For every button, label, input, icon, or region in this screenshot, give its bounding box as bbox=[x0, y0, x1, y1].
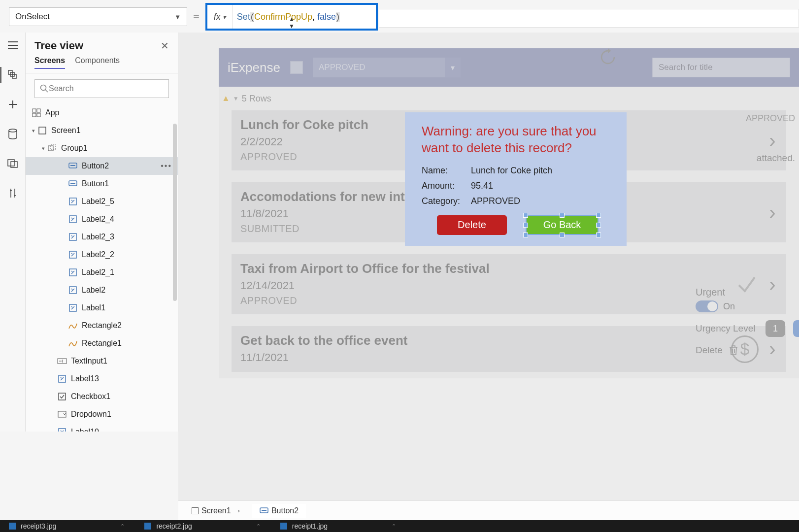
property-dropdown[interactable]: OnSelect ▼ bbox=[9, 7, 187, 26]
dropdown-icon bbox=[57, 409, 67, 419]
svg-rect-8 bbox=[37, 109, 40, 112]
svg-rect-31 bbox=[262, 510, 266, 511]
chevron-down-icon: ▼ bbox=[174, 13, 181, 21]
taskbar-item[interactable]: receipt1.jpg⌃ bbox=[280, 522, 396, 530]
tree-panel: Tree view ✕ Screens Components App ▾ Scr… bbox=[26, 33, 178, 432]
app-icon bbox=[32, 108, 41, 118]
tree-item[interactable]: Label2_5 bbox=[26, 193, 178, 210]
urgent-toggle[interactable]: On bbox=[696, 300, 735, 312]
selection-handle[interactable] bbox=[523, 213, 528, 218]
svg-rect-9 bbox=[33, 113, 36, 117]
taskbar-item[interactable]: receipt3.jpg⌃ bbox=[9, 522, 125, 530]
data-icon[interactable] bbox=[5, 126, 21, 142]
confirm-popup: Warning: are you sure that you want to d… bbox=[405, 112, 627, 246]
taskbar: receipt3.jpg⌃ receipt2.jpg⌃ receipt1.jpg… bbox=[0, 520, 799, 532]
file-icon bbox=[144, 523, 151, 530]
rect-icon bbox=[68, 321, 78, 331]
delete-row[interactable]: Delete bbox=[696, 345, 738, 356]
reload-icon[interactable] bbox=[599, 48, 617, 66]
crumb-screen1[interactable]: Screen1 › bbox=[184, 504, 247, 518]
label-icon bbox=[57, 427, 67, 432]
hamburger-icon[interactable] bbox=[5, 37, 21, 53]
urgency-label: Urgency Level bbox=[696, 323, 755, 334]
status-text: APPROVED bbox=[746, 113, 795, 124]
chevron-down-icon[interactable]: ▾ bbox=[30, 128, 37, 134]
tree-item[interactable]: Label2_1 bbox=[26, 264, 178, 281]
delete-button[interactable]: Delete bbox=[437, 215, 507, 235]
svg-rect-15 bbox=[70, 165, 75, 166]
tree-item[interactable]: TextInput1 bbox=[26, 352, 178, 370]
insert-icon[interactable] bbox=[5, 97, 21, 112]
popup-category-value: APPROVED bbox=[471, 196, 614, 206]
crumb-button2[interactable]: Button2 bbox=[252, 504, 306, 518]
selection-handle[interactable] bbox=[596, 223, 601, 228]
tree-title: Tree view bbox=[34, 39, 83, 52]
tab-screens[interactable]: Screens bbox=[34, 56, 65, 69]
toggle-pill bbox=[696, 300, 718, 312]
tree-item[interactable]: Label2_4 bbox=[26, 210, 178, 228]
selection-handle[interactable] bbox=[523, 233, 528, 237]
tree-item[interactable]: Button1 bbox=[26, 175, 178, 193]
button-icon bbox=[260, 507, 268, 514]
selection-handle[interactable] bbox=[596, 213, 601, 218]
screen-icon bbox=[37, 126, 47, 135]
tree-item[interactable]: Rectangle1 bbox=[26, 334, 178, 352]
urgency-chip-2[interactable] bbox=[793, 320, 799, 337]
tree-item-group1[interactable]: ▾ Group1 bbox=[26, 139, 178, 157]
svg-rect-25 bbox=[58, 359, 67, 364]
label-icon bbox=[68, 285, 78, 295]
search-input[interactable] bbox=[49, 84, 164, 93]
svg-rect-10 bbox=[37, 113, 40, 117]
tree-item[interactable]: Button2••• bbox=[26, 157, 178, 175]
tree-item[interactable]: Label10 bbox=[26, 423, 178, 432]
tree-item[interactable]: Label2_2 bbox=[26, 246, 178, 264]
resize-handle-icon[interactable]: ▲▼ bbox=[289, 16, 295, 30]
app-canvas: iExpense APPROVED ▾ Search for title ▲ ▼… bbox=[219, 48, 799, 378]
file-icon bbox=[280, 523, 287, 530]
selection-handle[interactable] bbox=[596, 233, 601, 237]
chevron-down-icon[interactable]: ▼ bbox=[233, 95, 239, 102]
chevron-down-icon[interactable]: ▾ bbox=[445, 58, 461, 77]
property-value: OnSelect bbox=[15, 12, 50, 22]
tree-item[interactable]: Dropdown1 bbox=[26, 405, 178, 423]
status-dropdown[interactable]: APPROVED bbox=[313, 58, 445, 77]
chevron-down-icon[interactable]: ▾ bbox=[39, 145, 47, 152]
close-icon[interactable]: ✕ bbox=[161, 40, 169, 52]
tree-item[interactable]: Label1 bbox=[26, 299, 178, 317]
equals-sign: = bbox=[193, 10, 200, 23]
tree-item-screen1[interactable]: ▾ Screen1 bbox=[26, 122, 178, 139]
svg-rect-27 bbox=[59, 393, 66, 400]
label-icon bbox=[68, 303, 78, 313]
search-field[interactable]: Search for title bbox=[652, 58, 790, 77]
tree-item[interactable]: Label2 bbox=[26, 281, 178, 299]
left-rail bbox=[0, 33, 26, 432]
svg-rect-11 bbox=[39, 127, 46, 134]
urgency-value[interactable]: 1 bbox=[766, 320, 785, 337]
tree-search[interactable] bbox=[34, 79, 169, 98]
media-icon[interactable] bbox=[5, 156, 21, 171]
scrollbar[interactable] bbox=[173, 124, 177, 301]
chevron-up-icon: ⌃ bbox=[392, 523, 396, 530]
taskbar-item[interactable]: receipt2.jpg⌃ bbox=[144, 522, 260, 530]
svg-rect-17 bbox=[70, 183, 75, 184]
tree-item[interactable]: Label2_3 bbox=[26, 228, 178, 246]
fx-button[interactable]: fx▾ bbox=[207, 5, 233, 29]
more-icon[interactable]: ••• bbox=[161, 162, 172, 170]
header-checkbox[interactable] bbox=[290, 61, 303, 74]
popup-name-label: Name: bbox=[422, 166, 471, 176]
selection-handle[interactable] bbox=[523, 223, 528, 228]
go-back-button[interactable]: Go Back bbox=[526, 215, 599, 235]
selection-handle[interactable] bbox=[560, 233, 565, 237]
svg-rect-7 bbox=[33, 109, 36, 112]
tree-item[interactable]: Checkbox1 bbox=[26, 388, 178, 405]
tree-item[interactable]: Rectangle2 bbox=[26, 317, 178, 334]
tab-components[interactable]: Components bbox=[75, 56, 120, 69]
tools-icon[interactable] bbox=[5, 185, 21, 201]
popup-warning: Warning: are you sure that you want to d… bbox=[422, 123, 614, 157]
tree-item-app[interactable]: App bbox=[26, 104, 178, 122]
tree-item[interactable]: Label13 bbox=[26, 370, 178, 388]
selection-handle[interactable] bbox=[560, 213, 565, 218]
popup-amount-value: 95.41 bbox=[471, 181, 614, 191]
formula-input[interactable]: Set(ConfirmPopUp, false) bbox=[233, 5, 376, 29]
tree-view-icon[interactable] bbox=[5, 67, 21, 83]
